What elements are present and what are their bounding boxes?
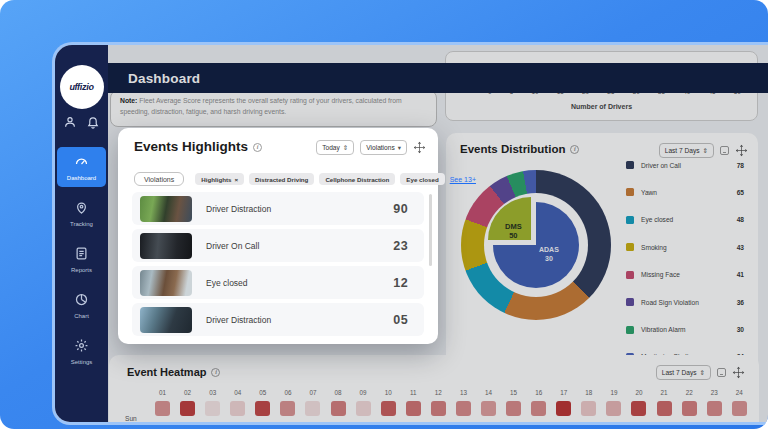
dark-cab-driver-photo (140, 233, 192, 259)
page-header: Dashboard (108, 63, 768, 93)
event-highlight-row[interactable]: Eye closed12 (132, 266, 424, 299)
heatmap-cell (556, 401, 571, 416)
dms-slice[interactable] (488, 197, 574, 283)
user-icon[interactable] (63, 115, 77, 129)
sidebar-item-tracking[interactable]: Tracking (57, 193, 106, 233)
highlights-period-select[interactable]: Today⇕ (316, 140, 354, 155)
distribution-period-select[interactable]: Last 7 Days⇕ (659, 143, 714, 158)
heatmap-column-label: 02 (184, 389, 191, 396)
events-highlights-card: Events Highlights Today⇕ Violations▾ Vio… (118, 128, 438, 344)
sidebar-item-settings[interactable]: Settings (57, 331, 106, 371)
heatmap-column-label: 16 (535, 389, 542, 396)
move-icon[interactable] (735, 144, 748, 157)
legend-swatch (626, 298, 634, 306)
event-count: 90 (393, 202, 408, 216)
filter-chip[interactable]: Eye closed (400, 173, 444, 185)
heatmap-column: 07 (305, 389, 320, 416)
legend-item[interactable]: Smoking43 (626, 243, 744, 251)
sidebar-item-label: Dashboard (67, 175, 96, 181)
legend-item[interactable]: Road Sign Violation36 (626, 298, 744, 306)
map-pin-icon (74, 200, 89, 219)
x-axis-label: Number of Drivers (446, 103, 757, 110)
legend-item[interactable]: Missing Face41 (626, 271, 744, 279)
heatmap-cell (205, 401, 220, 416)
event-highlight-row[interactable]: Driver Distraction05 (132, 303, 424, 336)
driver-looking-away-photo (140, 196, 192, 222)
heatmap-period-select[interactable]: Last 7 Days⇕ (656, 365, 711, 380)
minimize-icon[interactable] (720, 146, 729, 155)
info-icon[interactable] (211, 368, 220, 377)
heatmap-column: 24 (732, 389, 747, 416)
event-heatmap-title-text: Event Heatmap (127, 366, 206, 378)
heatmap-column: 01 (155, 389, 170, 416)
events-highlights-title-text: Events Highlights (134, 139, 248, 154)
bell-icon[interactable] (86, 115, 100, 129)
legend-item[interactable]: Yawn65 (626, 188, 744, 196)
events-distribution-card: Events Distribution Last 7 Days⇕ DMS50 A… (446, 133, 758, 390)
heatmap-column: 09 (356, 389, 371, 416)
filter-chip-label: Highlights (201, 176, 231, 183)
heatmap-cell (230, 401, 245, 416)
info-icon[interactable] (570, 145, 579, 154)
heatmap-cell (431, 401, 446, 416)
scrollbar[interactable] (429, 194, 432, 266)
distribution-period-value: Last 7 Days (665, 147, 700, 154)
dashboard-camera-photo (140, 307, 192, 333)
filter-chip[interactable]: Distracted Driving (249, 173, 314, 185)
heatmap-column-label: 15 (510, 389, 517, 396)
legend-value: 36 (737, 299, 744, 306)
heatmap-column: 21 (657, 389, 672, 416)
legend-item[interactable]: Driver on Call78 (626, 161, 744, 169)
violations-filter-chip[interactable]: Violations (134, 172, 184, 186)
pie-chart-icon (74, 292, 89, 311)
highlights-type-select[interactable]: Violations▾ (360, 140, 407, 155)
note-label: Note: (120, 97, 137, 104)
sidebar-item-label: Tracking (70, 221, 93, 227)
legend-label: Yawn (641, 189, 657, 196)
heatmap-column: 11 (406, 389, 421, 416)
filter-chip[interactable]: Highlights× (195, 173, 244, 185)
heatmap-cell (356, 401, 371, 416)
heatmap-column-label: 07 (309, 389, 316, 396)
sidebar-item-reports[interactable]: Reports (57, 239, 106, 279)
heatmap-cell (531, 401, 546, 416)
heatmap-cell (657, 401, 672, 416)
event-heatmap-title: Event Heatmap (127, 366, 220, 378)
heatmap-column-label: 10 (385, 389, 392, 396)
see-more-link[interactable]: See 13+ (450, 176, 476, 183)
page-title: Dashboard (128, 71, 200, 86)
fleet-score-note: Note: Fleet Average Score represents the… (110, 90, 437, 127)
updown-arrows-icon: ⇕ (703, 147, 708, 155)
heatmap-row-label: Sun (125, 415, 137, 422)
heatmap-column: 05 (255, 389, 270, 416)
heatmap-column: 18 (581, 389, 596, 416)
legend-label: Road Sign Violation (641, 299, 699, 306)
updown-arrows-icon: ⇕ (700, 369, 705, 377)
heatmap-column-label: 20 (635, 389, 642, 396)
heatmap-column-label: 01 (159, 389, 166, 396)
heatmap-column-label: 19 (610, 389, 617, 396)
donut-inner-pie[interactable]: DMS50 ADAS30 (493, 202, 579, 288)
event-highlight-row[interactable]: Driver On Call23 (132, 229, 424, 262)
event-count: 12 (393, 276, 408, 290)
sidebar-item-label: Chart (74, 313, 89, 319)
close-icon[interactable]: × (234, 176, 238, 183)
minimize-icon[interactable] (717, 368, 726, 377)
event-highlight-row[interactable]: Driver Distraction90 (132, 192, 424, 225)
info-icon[interactable] (253, 143, 262, 152)
heatmap-column: 13 (456, 389, 471, 416)
legend-item[interactable]: Vibration Alarm30 (626, 326, 744, 334)
heatmap-column-label: 03 (209, 389, 216, 396)
sidebar-item-dashboard[interactable]: Dashboard (57, 147, 106, 187)
legend-label: Vibration Alarm (641, 326, 686, 333)
heatmap-column-label: 12 (435, 389, 442, 396)
heatmap-column-label: 11 (410, 389, 417, 396)
legend-item[interactable]: Eye closed48 (626, 216, 744, 224)
sidebar-item-chart[interactable]: Chart (57, 285, 106, 325)
filter-chip[interactable]: Cellphone Distraction (319, 173, 395, 185)
heatmap-column: 14 (481, 389, 496, 416)
heatmap-column-label: 21 (661, 389, 668, 396)
heatmap-column-label: 05 (259, 389, 266, 396)
move-icon[interactable] (413, 141, 426, 154)
move-icon[interactable] (732, 366, 745, 379)
